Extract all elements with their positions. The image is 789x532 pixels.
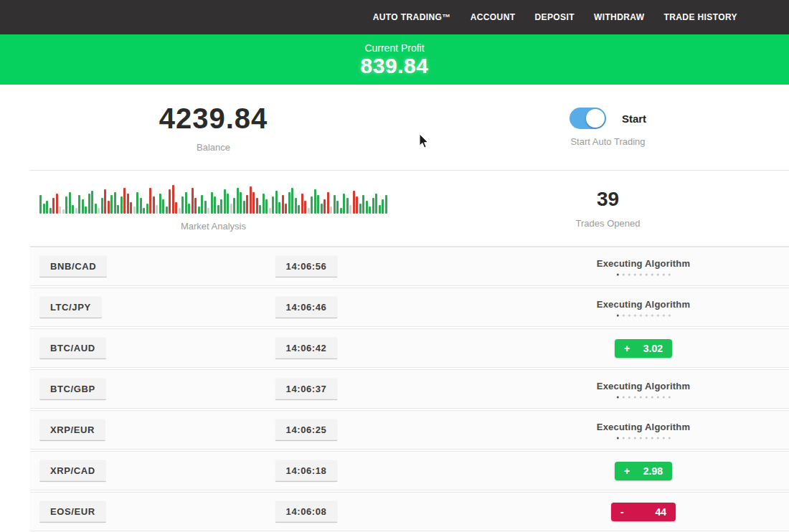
market-bar	[227, 194, 229, 214]
market-bar	[43, 204, 45, 214]
market-bar	[382, 199, 384, 214]
amount-sign: +	[624, 343, 630, 354]
market-bar	[91, 191, 93, 214]
market-bar	[295, 198, 297, 214]
market-bar	[69, 192, 71, 214]
market-bar	[52, 198, 55, 214]
nav-item-account[interactable]: ACCOUNT	[471, 12, 516, 22]
market-bar	[201, 195, 203, 214]
market-bar	[317, 195, 319, 214]
market-bar	[127, 194, 129, 214]
market-bar	[172, 185, 174, 214]
time-badge: 14:06:08	[275, 500, 338, 523]
executing-algorithm-label: Executing Algorithm	[597, 421, 690, 432]
market-bar	[98, 208, 100, 214]
market-bar	[104, 189, 106, 214]
progress-dots	[597, 396, 690, 398]
market-bar	[301, 194, 303, 214]
progress-dots	[597, 273, 690, 275]
balance-label: Balance	[197, 142, 230, 153]
market-bar	[259, 205, 261, 214]
trades-opened-label: Trades Opened	[576, 218, 641, 229]
toggle-knob	[586, 109, 605, 128]
market-analysis-label: Market Analysis	[181, 221, 246, 232]
market-bar	[353, 191, 355, 214]
market-bar	[237, 188, 239, 214]
time-badge: 14:06:37	[275, 378, 338, 400]
market-bar	[285, 204, 287, 214]
auto-trading-toggle[interactable]	[570, 108, 606, 129]
market-bar	[65, 196, 67, 214]
market-bar	[298, 205, 300, 214]
market-bar	[349, 205, 351, 214]
trade-status: +3.02	[615, 339, 672, 358]
trade-status: Executing Algorithm	[597, 421, 690, 439]
market-bar	[121, 196, 123, 214]
market-bar	[314, 189, 316, 214]
pair-badge[interactable]: XRP/CAD	[39, 460, 106, 482]
time-badge: 14:06:42	[275, 337, 338, 359]
market-bar	[275, 191, 278, 214]
executing-algorithm-label: Executing Algorithm	[597, 380, 690, 391]
amount-sign: -	[620, 506, 624, 518]
nav-item-trade-history[interactable]: TRADE HISTORY	[663, 12, 737, 22]
pair-badge[interactable]: LTC/JPY	[39, 296, 102, 318]
progress-dots	[597, 437, 690, 439]
market-bar	[369, 206, 371, 214]
market-bar	[181, 196, 184, 214]
profit-badge: +3.02	[615, 339, 672, 358]
nav-item-deposit[interactable]: DEPOSIT	[534, 12, 574, 22]
nav-item-withdraw[interactable]: WITHDRAW	[594, 12, 645, 22]
market-bar	[224, 189, 226, 214]
market-bar	[269, 208, 271, 214]
market-bar	[82, 199, 84, 214]
market-bar	[323, 199, 326, 214]
trades-opened-value: 39	[597, 188, 619, 211]
market-bar	[194, 198, 197, 214]
trade-status: Executing Algorithm	[597, 257, 690, 275]
nav-item-auto-trading[interactable]: AUTO TRADING™	[373, 12, 451, 22]
pair-badge[interactable]: BTC/AUD	[39, 337, 106, 359]
market-bar	[188, 204, 190, 214]
market-bar	[162, 199, 164, 214]
market-bar	[356, 196, 358, 214]
market-bar	[233, 198, 235, 214]
pair-badge[interactable]: XRP/EUR	[39, 419, 105, 441]
table-row: XRP/EUR 14:06:25 Executing Algorithm	[30, 410, 789, 450]
market-bar	[62, 209, 65, 214]
market-bar	[366, 201, 368, 214]
market-bar	[252, 192, 255, 214]
market-bar	[159, 194, 161, 214]
market-bar	[288, 192, 290, 214]
table-row: EOS/EUR 14:06:08 -44	[30, 492, 789, 531]
pair-badge[interactable]: EOS/EUR	[39, 500, 106, 523]
profit-badge: +2.98	[615, 462, 672, 480]
market-bar	[250, 186, 252, 214]
market-bar	[108, 201, 110, 214]
market-bar	[263, 194, 265, 214]
top-navigation-bar: AUTO TRADING™ACCOUNTDEPOSITWITHDRAWTRADE…	[0, 0, 789, 34]
table-row: BTC/AUD 14:06:42 +3.02	[30, 328, 789, 368]
pair-badge[interactable]: BTC/GBP	[39, 378, 106, 400]
time-badge: 14:06:18	[275, 460, 338, 482]
market-bar	[291, 188, 293, 214]
market-bar	[198, 206, 200, 214]
pair-badge[interactable]: BNB/CAD	[39, 255, 107, 277]
start-auto-trading-label: Start Auto Trading	[570, 136, 645, 147]
progress-dots	[597, 314, 690, 316]
market-bar	[169, 189, 171, 214]
market-analysis-section: Market Analysis 39 Trades Opened	[0, 171, 789, 246]
market-bar	[211, 192, 213, 214]
market-bar	[217, 205, 219, 214]
trades-list: BNB/CAD 14:06:56 Executing Algorithm LTC…	[30, 247, 789, 531]
market-bar	[379, 205, 381, 214]
market-bar	[304, 201, 306, 214]
table-row: XRP/CAD 14:06:18 +2.98	[30, 451, 789, 490]
market-bar	[110, 195, 113, 214]
market-bar	[166, 206, 168, 214]
market-bar	[282, 195, 284, 214]
table-row: BNB/CAD 14:06:56 Executing Algorithm	[30, 247, 789, 286]
market-bar	[75, 208, 77, 214]
market-bar	[136, 192, 138, 214]
market-bar	[88, 194, 90, 214]
